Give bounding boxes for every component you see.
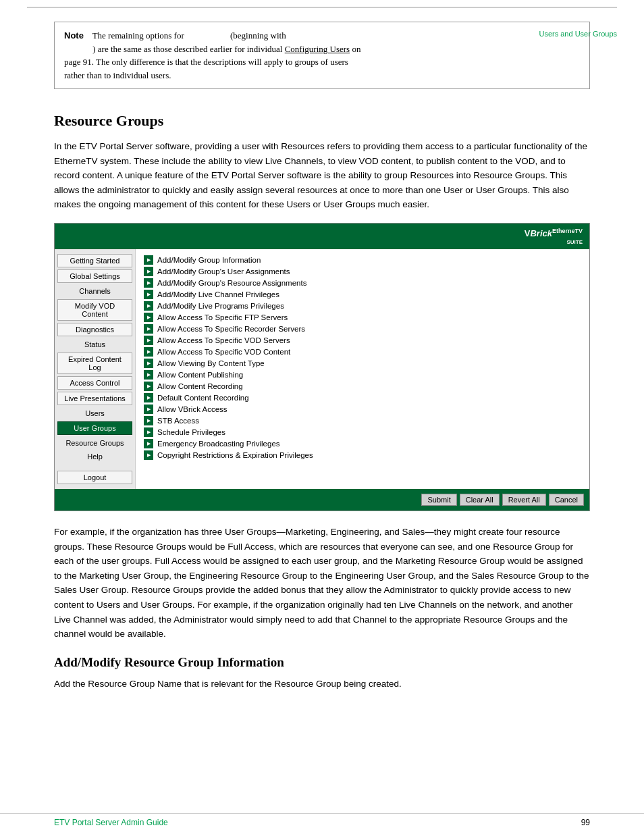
menu-item-18[interactable]: Copyright Restrictions & Expiration Priv…: [144, 450, 581, 461]
revert-all-button[interactable]: Revert All: [502, 494, 546, 506]
menu-item-17[interactable]: Emergency Broadcasting Privileges: [144, 438, 581, 450]
menu-arrow-17: [144, 439, 153, 448]
menu-arrow-9: [144, 347, 153, 357]
menu-item-10[interactable]: Allow Viewing By Content Type: [144, 358, 581, 369]
menu-arrow-14: [144, 405, 153, 414]
sidebar-item-diagnostics[interactable]: Diagnostics: [57, 323, 132, 336]
menu-item-13[interactable]: Default Content Recording: [144, 392, 581, 404]
menu-item-12[interactable]: Allow Content Recording: [144, 381, 581, 392]
menu-item-14[interactable]: Allow VBrick Access: [144, 404, 581, 415]
menu-item-6[interactable]: Allow Access To Specific FTP Servers: [144, 312, 581, 323]
resource-groups-body: In the ETV Portal Server software, provi…: [54, 139, 590, 212]
sidebar-item-expired-content[interactable]: Expired Content Log: [57, 353, 132, 374]
ui-header-bar: VBrickEtherneTVSUITE: [55, 224, 589, 249]
menu-item-7[interactable]: Allow Access To Specific Recorder Server…: [144, 323, 581, 335]
ui-screenshot: VBrickEtherneTVSUITE Getting Started Glo…: [54, 223, 590, 511]
sidebar-item-access-control[interactable]: Access Control: [57, 376, 132, 390]
menu-arrow-3: [144, 278, 153, 288]
sidebar-item-getting-started[interactable]: Getting Started: [57, 254, 132, 267]
menu-arrow-18: [144, 450, 153, 460]
sidebar-item-users[interactable]: Users: [57, 407, 132, 419]
menu-arrow-8: [144, 336, 153, 345]
ui-footer-bar: Submit Clear All Revert All Cancel: [55, 489, 589, 511]
ui-content-area: Add/Modify Group Information Add/Modify …: [136, 249, 589, 489]
ui-body: Getting Started Global Settings Channels…: [55, 249, 589, 489]
body-paragraph: For example, if the organization has thr…: [54, 525, 590, 642]
menu-arrow-13: [144, 393, 153, 402]
sidebar-item-global-settings[interactable]: Global Settings: [57, 269, 132, 283]
menu-arrow-7: [144, 324, 153, 334]
menu-arrow-4: [144, 290, 153, 299]
sidebar-item-status[interactable]: Status: [57, 338, 132, 350]
submit-button[interactable]: Submit: [421, 494, 456, 506]
menu-item-3[interactable]: Add/Modify Group's Resource Assignments: [144, 278, 581, 289]
menu-arrow-16: [144, 427, 153, 437]
configuring-users-link[interactable]: Configuring Users: [285, 44, 350, 54]
clear-all-button[interactable]: Clear All: [460, 494, 500, 506]
menu-arrow-1: [144, 255, 153, 265]
sidebar-item-help[interactable]: Help: [57, 450, 132, 463]
menu-item-9[interactable]: Allow Access To Specific VOD Content: [144, 346, 581, 358]
note-box: Note The remaining options for (beginnin…: [54, 22, 590, 89]
menu-arrow-12: [144, 382, 153, 391]
sidebar-item-modify-vod[interactable]: Modify VOD Content: [57, 299, 132, 321]
vbrick-logo: VBrickEtherneTVSUITE: [525, 228, 583, 244]
chapter-title: Users and User Groups: [539, 30, 617, 38]
footer-guide-title: ETV Portal Server Admin Guide: [54, 818, 168, 827]
menu-item-1[interactable]: Add/Modify Group Information: [144, 255, 581, 266]
sidebar-item-resource-groups[interactable]: Resource Groups: [57, 437, 132, 449]
menu-arrow-6: [144, 313, 153, 322]
menu-arrow-15: [144, 416, 153, 425]
note-label: Note: [64, 30, 84, 41]
menu-arrow-5: [144, 301, 153, 311]
sidebar-item-user-groups[interactable]: User Groups: [57, 421, 132, 435]
page-footer: ETV Portal Server Admin Guide 99: [0, 813, 644, 827]
ui-sidebar: Getting Started Global Settings Channels…: [55, 249, 136, 489]
menu-arrow-11: [144, 370, 153, 380]
resource-groups-heading: Resource Groups: [54, 105, 590, 130]
menu-item-4[interactable]: Add/Modify Live Channel Privileges: [144, 289, 581, 301]
add-modify-body: Add the Resource Group Name that is rele…: [54, 677, 590, 692]
menu-arrow-2: [144, 267, 153, 276]
menu-item-11[interactable]: Allow Content Publishing: [144, 369, 581, 381]
sidebar-logout-button[interactable]: Logout: [57, 471, 132, 484]
sidebar-item-live-presentations[interactable]: Live Presentations: [57, 392, 132, 405]
cancel-button[interactable]: Cancel: [549, 494, 584, 506]
note-text: The remaining options for (beginning wit…: [64, 30, 360, 80]
sidebar-item-channels[interactable]: Channels: [57, 285, 132, 297]
footer-page-number: 99: [581, 818, 590, 827]
add-modify-heading: Add/Modify Resource Group Information: [54, 655, 590, 670]
menu-item-2[interactable]: Add/Modify Group's User Assignments: [144, 266, 581, 278]
menu-item-15[interactable]: STB Access: [144, 415, 581, 427]
menu-item-8[interactable]: Allow Access To Specific VOD Servers: [144, 335, 581, 346]
menu-arrow-10: [144, 359, 153, 368]
menu-item-16[interactable]: Schedule Privileges: [144, 427, 581, 438]
menu-item-5[interactable]: Add/Modify Live Programs Privileges: [144, 301, 581, 312]
